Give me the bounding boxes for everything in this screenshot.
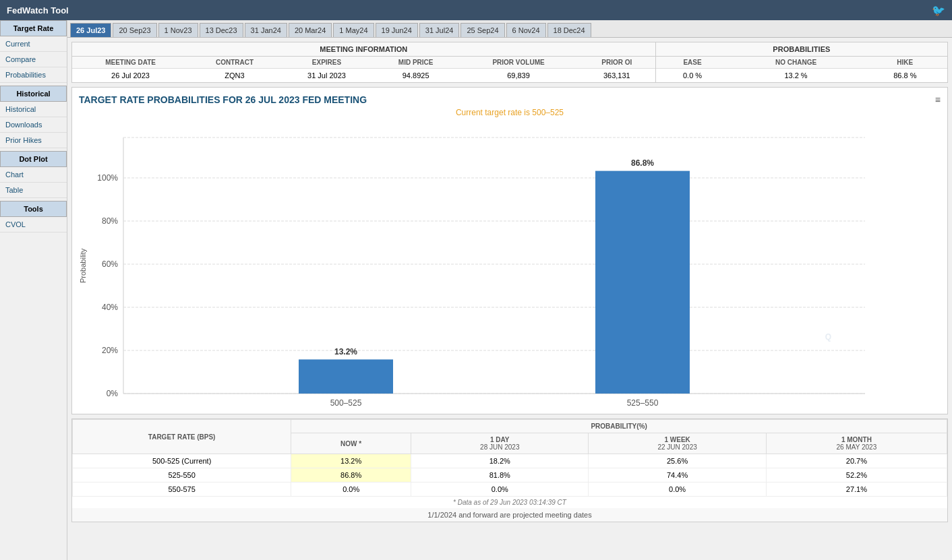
chart-subtitle: Current target rate is 500–525 <box>79 108 941 117</box>
svg-text:20%: 20% <box>102 346 118 355</box>
footnote: * Data as of 29 Jun 2023 03:14:39 CT <box>72 497 947 508</box>
date-tab-1[interactable]: 20 Sep23 <box>113 23 156 37</box>
chart-container: TARGET RATE PROBABILITIES FOR 26 JUL 202… <box>71 87 948 414</box>
svg-text:Q: Q <box>825 332 831 342</box>
sidebar-item-probabilities[interactable]: Probabilities <box>0 67 67 83</box>
svg-text:86.8%: 86.8% <box>631 158 654 168</box>
info-section: MEETING INFORMATION MEETING DATE CONTRAC… <box>71 42 948 83</box>
svg-text:0%: 0% <box>107 389 119 398</box>
col-ease: EASE <box>656 57 730 69</box>
mid-price-value: 94.8925 <box>373 69 458 83</box>
date-tab-9[interactable]: 25 Sep24 <box>460 23 504 37</box>
col-contract: CONTRACT <box>189 57 280 69</box>
week1-500-525: 25.6% <box>589 454 766 468</box>
date-tabs: 26 Jul23 20 Sep23 1 Nov23 13 Dec23 31 Ja… <box>67 20 952 38</box>
meeting-info-title: MEETING INFORMATION <box>72 42 655 57</box>
sidebar-item-downloads[interactable]: Downloads <box>0 117 67 133</box>
date-tab-8[interactable]: 31 Jul24 <box>419 23 460 37</box>
col-1week: 1 WEEK22 JUN 2023 <box>589 433 766 454</box>
sidebar-item-historical[interactable]: Historical <box>0 102 67 117</box>
probabilities-info: PROBABILITIES EASE NO CHANGE HIKE 0.0 % … <box>656 42 947 82</box>
sidebar-item-current[interactable]: Current <box>0 36 67 52</box>
sidebar-section-dot-plot[interactable]: Dot Plot <box>0 151 67 167</box>
now-525-550: 86.8% <box>291 468 411 483</box>
probabilities-title: PROBABILITIES <box>656 42 947 57</box>
bar-525-550 <box>595 171 690 394</box>
date-tab-2[interactable]: 1 Nov23 <box>158 23 198 37</box>
meeting-date-value: 26 Jul 2023 <box>72 69 189 83</box>
date-tab-3[interactable]: 13 Dec23 <box>200 23 243 37</box>
hike-value: 86.8 % <box>863 69 947 83</box>
date-tab-5[interactable]: 20 Mar24 <box>289 23 332 37</box>
sidebar-item-table[interactable]: Table <box>0 183 67 198</box>
col-target-rate-bps: TARGET RATE (BPS) <box>73 420 291 454</box>
col-expires: EXPIRES <box>280 57 373 69</box>
ease-value: 0.0 % <box>656 69 730 83</box>
col-mid-price: MID PRICE <box>373 57 458 69</box>
svg-text:13.2%: 13.2% <box>334 347 357 356</box>
bottom-probability-table: TARGET RATE (BPS) PROBABILITY(%) NOW * 1… <box>72 419 947 497</box>
month1-525-550: 52.2% <box>766 468 947 483</box>
day1-525-550: 81.8% <box>411 468 589 483</box>
sidebar-section-historical[interactable]: Historical <box>0 86 67 102</box>
chart-title: TARGET RATE PROBABILITIES FOR 26 JUL 202… <box>79 94 941 105</box>
date-tab-6[interactable]: 1 May24 <box>333 23 374 37</box>
date-tab-0[interactable]: 26 Jul23 <box>70 23 111 37</box>
svg-text:60%: 60% <box>102 259 118 269</box>
twitter-icon[interactable]: 🐦 <box>932 4 945 17</box>
prior-oi-value: 363,131 <box>578 69 655 83</box>
app-title: FedWatch Tool <box>7 5 69 15</box>
app-header: FedWatch Tool 🐦 <box>0 0 952 20</box>
contract-value: ZQN3 <box>189 69 280 83</box>
sidebar-item-compare[interactable]: Compare <box>0 52 67 67</box>
svg-text:500–525: 500–525 <box>330 398 362 407</box>
date-tab-4[interactable]: 31 Jan24 <box>245 23 287 37</box>
svg-text:80%: 80% <box>102 216 118 226</box>
date-tab-10[interactable]: 6 Nov24 <box>506 23 546 37</box>
col-hike: HIKE <box>863 57 947 69</box>
sidebar-section-tools[interactable]: Tools <box>0 201 67 217</box>
col-no-change: NO CHANGE <box>729 57 862 69</box>
col-prior-volume: PRIOR VOLUME <box>458 57 578 69</box>
sidebar-item-chart[interactable]: Chart <box>0 167 67 183</box>
projected-note: 1/1/2024 and forward are projected meeti… <box>72 508 947 522</box>
table-row: 500-525 (Current) 13.2% 18.2% 25.6% 20.7… <box>73 454 947 468</box>
week1-550-575: 0.0% <box>589 483 766 497</box>
svg-text:525–550: 525–550 <box>627 398 659 407</box>
sidebar-item-prior-hikes[interactable]: Prior Hikes <box>0 133 67 148</box>
col-1day: 1 DAY28 JUN 2023 <box>411 433 589 454</box>
y-axis-label: Probability <box>79 137 87 394</box>
bar-chart-svg: 0% 20% 40% 60% 80% 100% 13.2% 500–525 <box>90 124 899 407</box>
month1-550-575: 27.1% <box>766 483 947 497</box>
chart-menu-icon[interactable]: ≡ <box>935 94 941 105</box>
sidebar-item-cvol[interactable]: CVOL <box>0 217 67 232</box>
svg-text:40%: 40% <box>102 303 118 312</box>
bottom-table-container: TARGET RATE (BPS) PROBABILITY(%) NOW * 1… <box>71 418 948 522</box>
meeting-info-table: MEETING DATE CONTRACT EXPIRES MID PRICE … <box>72 57 655 82</box>
probabilities-table: EASE NO CHANGE HIKE 0.0 % 13.2 % 86.8 % <box>656 57 947 82</box>
expires-value: 31 Jul 2023 <box>280 69 373 83</box>
table-row: 525-550 86.8% 81.8% 74.4% 52.2% <box>73 468 947 483</box>
date-tab-11[interactable]: 18 Dec24 <box>547 23 591 37</box>
main-content: 26 Jul23 20 Sep23 1 Nov23 13 Dec23 31 Ja… <box>67 20 952 560</box>
day1-500-525: 18.2% <box>411 454 589 468</box>
bar-500-525 <box>299 359 393 394</box>
col-probability-pct: PROBABILITY(%) <box>291 420 947 433</box>
sidebar-section-target-rate[interactable]: Target Rate <box>0 20 67 36</box>
col-prior-oi: PRIOR OI <box>578 57 655 69</box>
prior-volume-value: 69,839 <box>458 69 578 83</box>
col-1month: 1 MONTH26 MAY 2023 <box>766 433 947 454</box>
meeting-info: MEETING INFORMATION MEETING DATE CONTRAC… <box>72 42 656 82</box>
rate-500-525: 500-525 (Current) <box>73 454 291 468</box>
now-500-525: 13.2% <box>291 454 411 468</box>
date-tab-7[interactable]: 19 Jun24 <box>376 23 418 37</box>
svg-text:100%: 100% <box>97 173 118 183</box>
col-now: NOW * <box>291 433 411 454</box>
week1-525-550: 74.4% <box>589 468 766 483</box>
rate-550-575: 550-575 <box>73 483 291 497</box>
day1-550-575: 0.0% <box>411 483 589 497</box>
month1-500-525: 20.7% <box>766 454 947 468</box>
col-meeting-date: MEETING DATE <box>72 57 189 69</box>
no-change-value: 13.2 % <box>729 69 862 83</box>
table-row: 550-575 0.0% 0.0% 0.0% 27.1% <box>73 483 947 497</box>
